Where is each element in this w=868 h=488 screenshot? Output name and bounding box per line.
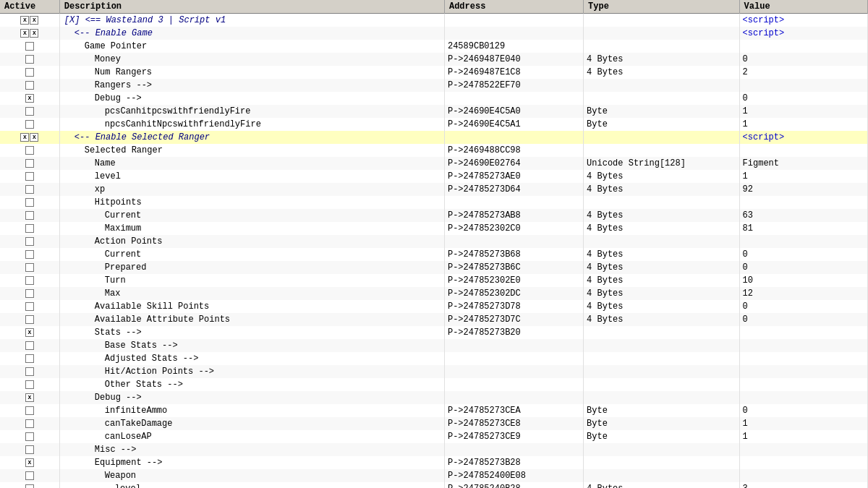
checkbox[interactable] <box>25 380 34 389</box>
checkbox-x2[interactable] <box>30 29 38 38</box>
table-row[interactable]: Debug --> <box>0 391 868 404</box>
checkbox[interactable] <box>25 276 34 285</box>
address-cell <box>444 14 583 27</box>
table-row[interactable]: Stats -->P->24785273B20 <box>0 326 868 339</box>
table-row[interactable]: Base Stats --> <box>0 339 868 352</box>
checkbox[interactable] <box>25 250 34 259</box>
checkbox[interactable] <box>25 237 34 246</box>
checkbox[interactable] <box>25 302 34 311</box>
table-row[interactable]: <-- Enable Game<script> <box>0 27 868 40</box>
table-row[interactable]: infiniteAmmoP->24785273CEAByte0 <box>0 404 868 417</box>
table-row[interactable]: Selected RangerP->2469488CC98 <box>0 144 868 157</box>
checkbox[interactable] <box>25 263 34 272</box>
checkbox[interactable] <box>25 406 34 415</box>
table-row[interactable]: TurnP->247852302E04 Bytes10 <box>0 274 868 287</box>
checkbox[interactable] <box>25 42 34 51</box>
type-cell <box>584 144 740 157</box>
checkbox[interactable] <box>25 224 34 233</box>
checkbox[interactable] <box>25 159 34 168</box>
checkbox-x[interactable] <box>25 94 34 103</box>
checkbox[interactable] <box>25 471 34 480</box>
checkbox-x[interactable] <box>25 393 34 402</box>
table-row[interactable]: <-- Enable Selected Ranger<script> <box>0 131 868 144</box>
table-row[interactable]: xpP->24785273D644 Bytes92 <box>0 183 868 196</box>
description-cell: canLoseAP <box>59 430 444 443</box>
description-text: Selected Ranger <box>85 145 163 155</box>
description-text: level <box>115 484 141 489</box>
checkbox[interactable] <box>25 68 34 77</box>
checkbox-x[interactable] <box>25 458 34 467</box>
value-cell: 1 <box>739 430 867 443</box>
checkbox-x[interactable] <box>20 29 29 38</box>
table-row[interactable]: Available Skill PointsP->24785273D784 By… <box>0 300 868 313</box>
table-row[interactable]: Game Pointer24589CB0129 <box>0 40 868 53</box>
address-cell: P->247852302E0 <box>444 274 583 287</box>
checkbox[interactable] <box>25 315 34 324</box>
table-row[interactable]: PreparedP->24785273B6C4 Bytes0 <box>0 261 868 274</box>
table-row[interactable]: Hit/Action Points --> <box>0 365 868 378</box>
active-cell <box>0 391 59 404</box>
table-row[interactable]: Equipment -->P->24785273B28 <box>0 456 868 469</box>
checkbox[interactable] <box>25 419 34 428</box>
checkbox[interactable] <box>25 484 34 489</box>
checkbox[interactable] <box>25 445 34 454</box>
table-row[interactable]: Rangers -->P->2478522EF70 <box>0 79 868 92</box>
checkbox-x[interactable] <box>20 16 29 25</box>
table-row[interactable]: Action Points <box>0 235 868 248</box>
type-cell: 4 Bytes <box>584 170 740 183</box>
table-row[interactable]: canLoseAPP->24785273CE9Byte1 <box>0 430 868 443</box>
description-text: Hit/Action Points --> <box>105 367 214 377</box>
table-row[interactable]: Available Attribute PointsP->24785273D7C… <box>0 313 868 326</box>
script-link[interactable]: <script> <box>743 132 785 142</box>
checkbox[interactable] <box>25 81 34 90</box>
checkbox[interactable] <box>25 432 34 441</box>
table-row[interactable]: npcsCanhitNpcswithfriendlyFireP->24690E4… <box>0 118 868 131</box>
table-row[interactable]: CurrentP->24785273AB84 Bytes63 <box>0 209 868 222</box>
table-row[interactable]: CurrentP->24785273B684 Bytes0 <box>0 248 868 261</box>
checkbox[interactable] <box>25 354 34 363</box>
checkbox-x[interactable] <box>20 133 29 142</box>
table-row[interactable]: Num RangersP->2469487E1C84 Bytes2 <box>0 66 868 79</box>
table-row[interactable]: Debug -->0 <box>0 92 868 105</box>
table-row[interactable]: MaxP->247852302DC4 Bytes12 <box>0 287 868 300</box>
table-row[interactable]: Misc --> <box>0 443 868 456</box>
table-row[interactable]: levelP->24785240B284 Bytes3 <box>0 482 868 489</box>
checkbox[interactable] <box>25 185 34 194</box>
type-cell: 4 Bytes <box>584 66 740 79</box>
type-cell: 4 Bytes <box>584 287 740 300</box>
script-link[interactable]: <script> <box>743 15 785 25</box>
description-cell: <-- Enable Game <box>59 27 444 40</box>
col-header-value: Value <box>739 0 867 14</box>
active-cell <box>0 53 59 66</box>
script-link[interactable]: <script> <box>743 28 785 38</box>
table-row[interactable]: MoneyP->2469487E0404 Bytes0 <box>0 53 868 66</box>
table-row[interactable]: MaximumP->247852302C04 Bytes81 <box>0 222 868 235</box>
address-cell <box>444 352 583 365</box>
active-cell <box>0 105 59 118</box>
checkbox[interactable] <box>25 172 34 181</box>
table-row[interactable]: canTakeDamageP->24785273CE8Byte1 <box>0 417 868 430</box>
checkbox[interactable] <box>25 341 34 350</box>
checkbox-x[interactable] <box>25 328 34 337</box>
checkbox[interactable] <box>25 55 34 64</box>
checkbox[interactable] <box>25 289 34 298</box>
checkbox-x2[interactable] <box>30 133 38 142</box>
checkbox[interactable] <box>25 146 34 155</box>
checkbox[interactable] <box>25 107 34 116</box>
table-row[interactable]: WeaponP->247852400E08 <box>0 469 868 482</box>
description-text: Equipment --> <box>95 458 163 468</box>
table-row[interactable]: pcsCanhitpcswithfriendlyFireP->24690E4C5… <box>0 105 868 118</box>
table-row[interactable]: levelP->24785273AE04 Bytes1 <box>0 170 868 183</box>
table-row[interactable]: Other Stats --> <box>0 378 868 391</box>
table-row[interactable]: Hitpoints <box>0 196 868 209</box>
table-row[interactable]: [X] <== Wasteland 3 | Script v1<script> <box>0 14 868 27</box>
checkbox[interactable] <box>25 120 34 129</box>
checkbox[interactable] <box>25 367 34 376</box>
value-cell: <script> <box>739 27 867 40</box>
checkbox-x2[interactable] <box>30 16 38 25</box>
active-cell <box>0 248 59 261</box>
checkbox[interactable] <box>25 198 34 207</box>
table-row[interactable]: Adjusted Stats --> <box>0 352 868 365</box>
checkbox[interactable] <box>25 211 34 220</box>
table-row[interactable]: NameP->24690E02764Unicode String[128]Fig… <box>0 157 868 170</box>
